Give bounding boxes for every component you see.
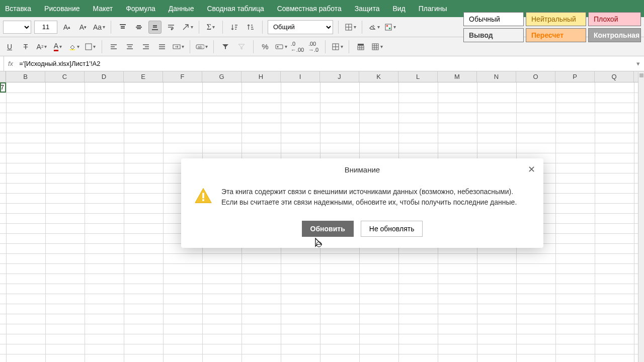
update-button[interactable]: Обновить (302, 221, 354, 237)
dialog-title: Внимание (345, 165, 380, 174)
warning-icon (194, 187, 212, 205)
dialog-message: Эта книга содержит связи с внешними исто… (221, 187, 530, 208)
dialog-backdrop: Внимание ✕ Эта книга содержит связи с вн… (0, 0, 644, 362)
close-icon[interactable]: ✕ (525, 163, 537, 175)
warning-dialog: Внимание ✕ Эта книга содержит связи с вн… (181, 158, 543, 248)
dont-update-button[interactable]: Не обновлять (361, 221, 423, 237)
svg-rect-25 (202, 199, 204, 201)
svg-rect-24 (202, 193, 204, 199)
